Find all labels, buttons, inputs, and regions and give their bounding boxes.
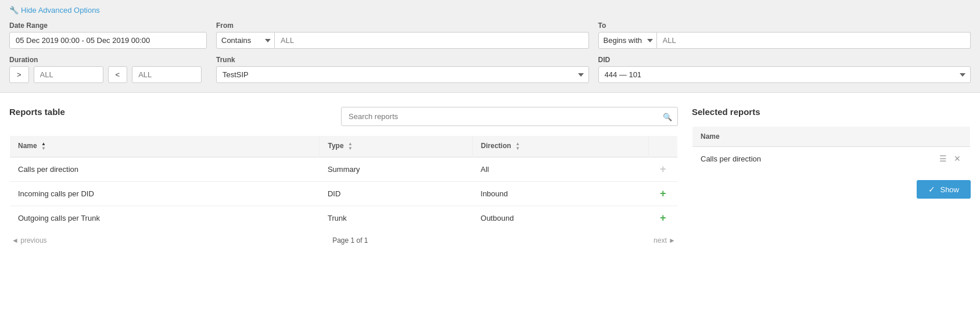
row-type: Trunk: [320, 206, 472, 231]
remove-button[interactable]: ✕: [953, 153, 962, 164]
from-label: From: [216, 21, 589, 30]
col-action-header: [649, 136, 678, 157]
show-checkmark: ✓: [928, 185, 935, 194]
to-label: To: [598, 21, 971, 30]
trunk-select[interactable]: TestSIP: [216, 66, 589, 83]
right-panel: Selected reports Name Calls per directio…: [692, 107, 971, 250]
from-operator-select[interactable]: Contains Begins with Ends with Equals: [216, 32, 275, 49]
selected-row-actions: ☰ ✕: [930, 147, 971, 171]
filter-row-1: Date Range From Contains Begins with End…: [9, 21, 971, 49]
col-name-header[interactable]: Name ▲ ▼: [10, 136, 320, 157]
row-direction: Outbound: [472, 206, 648, 231]
date-range-group: Date Range: [9, 21, 207, 49]
hide-advanced-label: Hide Advanced Options: [21, 6, 100, 15]
duration-lt-button[interactable]: <: [108, 66, 128, 83]
from-value-input[interactable]: [275, 32, 589, 49]
main-content: Reports table 🔍 Name ▲ ▼ Type: [0, 93, 980, 264]
trunk-group: Trunk TestSIP: [216, 56, 589, 83]
show-button-container: ✓ Show: [692, 180, 971, 199]
duration-row: > <: [9, 66, 207, 83]
wrench-icon: 🔧: [9, 6, 19, 15]
selected-reports-table: Name Calls per direction ☰ ✕: [692, 126, 971, 171]
previous-page-link[interactable]: ◄ previous: [12, 236, 47, 245]
row-direction: All: [472, 157, 648, 182]
page-info: Page 1 of 1: [332, 236, 368, 245]
name-sort-icons: ▲ ▼: [41, 142, 46, 151]
to-operator-select[interactable]: Begins with Contains Ends with Equals: [598, 32, 657, 49]
table-row: Outgoing calls per Trunk Trunk Outbound …: [10, 206, 678, 231]
selected-table-row: Calls per direction ☰ ✕: [692, 147, 971, 171]
col-type-header[interactable]: Type ▲ ▼: [320, 136, 472, 157]
pagination: ◄ previous Page 1 of 1 next ►: [9, 231, 678, 250]
trunk-label: Trunk: [216, 56, 589, 64]
table-row: Incoming calls per DID DID Inbound +: [10, 182, 678, 206]
duration-gt-button[interactable]: >: [9, 66, 29, 83]
to-row: Begins with Contains Ends with Equals: [598, 32, 971, 49]
duration-group: Duration > <: [9, 56, 207, 83]
row-type: DID: [320, 182, 472, 206]
row-direction: Inbound: [472, 182, 648, 206]
did-label: DID: [598, 56, 971, 64]
row-add-cell: +: [649, 157, 678, 182]
add-report-button[interactable]: +: [660, 163, 666, 175]
hide-advanced-options-toggle[interactable]: 🔧 Hide Advanced Options: [9, 6, 100, 15]
selected-reports-title: Selected reports: [692, 107, 971, 117]
add-report-button[interactable]: +: [660, 212, 666, 224]
search-bar-container: 🔍: [341, 107, 678, 126]
to-group: To Begins with Contains Ends with Equals: [598, 21, 971, 49]
from-row: Contains Begins with Ends with Equals: [216, 32, 589, 49]
row-add-cell: +: [649, 206, 678, 231]
add-report-button[interactable]: +: [660, 188, 666, 200]
did-select[interactable]: 444 — 101: [598, 66, 971, 83]
col-direction-header[interactable]: Direction ▲ ▼: [472, 136, 648, 157]
direction-sort-icons: ▲ ▼: [515, 142, 520, 151]
filter-row-2: Duration > < Trunk TestSIP DID 444 — 101: [9, 56, 971, 83]
show-button-label: Show: [940, 185, 959, 194]
row-name: Calls per direction: [10, 157, 320, 182]
date-range-label: Date Range: [9, 21, 207, 30]
search-icon: 🔍: [663, 112, 672, 121]
row-name: Outgoing calls per Trunk: [10, 206, 320, 231]
to-value-input[interactable]: [657, 32, 971, 49]
reports-table-header-row: Name ▲ ▼ Type ▲ ▼ Direct: [10, 136, 678, 157]
search-reports-input[interactable]: [341, 107, 678, 126]
show-button[interactable]: ✓ Show: [917, 180, 971, 199]
filter-bar: 🔧 Hide Advanced Options Date Range From …: [0, 0, 980, 93]
selected-col-name-header: Name: [692, 127, 930, 147]
selected-col-actions-header: [930, 127, 971, 147]
did-group: DID 444 — 101: [598, 56, 971, 83]
reorder-button[interactable]: ☰: [938, 153, 948, 164]
row-actions: ☰ ✕: [938, 153, 963, 164]
duration-gt-input[interactable]: [34, 66, 103, 83]
from-group: From Contains Begins with Ends with Equa…: [216, 21, 589, 49]
type-sort-icons: ▲ ▼: [348, 142, 353, 151]
reports-table-title: Reports table: [9, 107, 65, 117]
row-name: Incoming calls per DID: [10, 182, 320, 206]
row-add-cell: +: [649, 182, 678, 206]
row-type: Summary: [320, 157, 472, 182]
date-range-input[interactable]: [9, 32, 207, 49]
selected-row-name: Calls per direction: [692, 147, 930, 171]
selected-header-row: Name: [692, 127, 971, 147]
duration-label: Duration: [9, 56, 207, 64]
next-page-link[interactable]: next ►: [654, 236, 676, 245]
duration-lt-input[interactable]: [132, 66, 202, 83]
table-row: Calls per direction Summary All +: [10, 157, 678, 182]
reports-table: Name ▲ ▼ Type ▲ ▼ Direct: [9, 135, 678, 231]
left-panel: Reports table 🔍 Name ▲ ▼ Type: [9, 107, 678, 250]
